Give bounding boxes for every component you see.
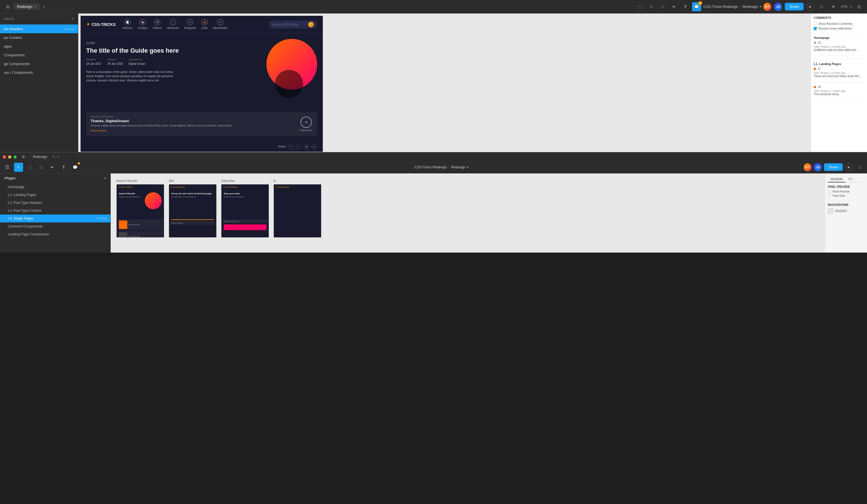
nav-label-guides: Guides xyxy=(138,26,148,30)
thumb-card-text-404: Popular articles xyxy=(171,222,183,224)
page-badge-l4: 5 of 13 xyxy=(97,217,106,220)
bottom-comment-tool[interactable]: 💬 ● xyxy=(71,163,79,172)
page-item-homepage[interactable]: Homepage xyxy=(0,183,110,191)
share-email[interactable]: @ xyxy=(304,144,309,150)
thumb-card-text-2: Article title here xyxy=(128,236,140,237)
thumb-label-search: Search Results xyxy=(116,179,164,182)
thumb-frame-a[interactable]: ✦ CSS-TRICKS xyxy=(274,184,321,238)
sidebar-item-3[interactable]: Components xyxy=(0,51,78,60)
page-item-l1[interactable]: L1. Landing Pages xyxy=(0,191,110,199)
page-item-l2[interactable]: L2. Post Type Headers xyxy=(0,199,110,207)
traffic-light-green[interactable] xyxy=(13,156,17,159)
bottom-window: ⊞ Redesign ✕ + ☰ ↖ ⬚ □ ✒ T 💬 ● CSS-Trick… xyxy=(0,152,434,252)
bottom-comment-badge: ● xyxy=(78,162,80,164)
bottom-menu-icon[interactable]: ☰ xyxy=(3,163,12,172)
nav-icon-newsletter: ✉ xyxy=(217,19,223,25)
tab-close-icon[interactable]: ✕ xyxy=(34,5,36,9)
sidebar-add-icon[interactable]: + xyxy=(72,16,74,21)
meta-label-sponsor: Sponsored by xyxy=(128,58,145,61)
thumb-frame-subscribe[interactable]: ✦ CSS-TRICKS Stay up to date Subscribe t… xyxy=(221,184,269,238)
page-label-landing-components: Landing Page Components xyxy=(8,232,49,236)
bottom-shape-tool[interactable]: □ xyxy=(36,163,46,172)
thumb-hero-search: Search Results Popular searches listed h… xyxy=(117,190,164,218)
thumb-subscribe: Subscribe ✦ CSS-TRICKS Stay up to date S… xyxy=(221,179,269,247)
tab-add-button[interactable]: + xyxy=(41,4,47,10)
thumb-nav-subscribe: ✦ CSS-TRICKS xyxy=(222,184,269,190)
bottom-sidebar: ▾ Pages + Homepage L1. Landing Pages L2.… xyxy=(0,173,111,252)
hero-meta: Published 28 Jan 2017 Updated 28 Jan 201… xyxy=(86,58,317,66)
meta-updated: Updated 28 Jan 2018 xyxy=(107,58,123,66)
sidebar-header: Pages + xyxy=(0,13,78,24)
sponsor-label: Monthly Sponsor xyxy=(91,116,300,118)
hero-text: Guide The title of the Guide goes here P… xyxy=(86,42,317,104)
sidebar-item-0[interactable]: pe Headers 3 of 13 xyxy=(0,24,78,33)
left-sidebar: Pages + pe Headers 3 of 13 pe Content ag… xyxy=(0,13,78,152)
page-label-l3: L3. Post Type Content xyxy=(8,208,41,213)
bottom-tab-close[interactable]: ✕ xyxy=(52,155,55,159)
logo-star: ✦ xyxy=(86,22,90,27)
nav-label-jobs: Jobs xyxy=(201,26,208,30)
bottom-tab-label[interactable]: Redesign xyxy=(30,154,50,159)
thumb-frame-search[interactable]: ✦ CSS-TRICKS Search Results Popular sear… xyxy=(116,184,164,238)
share-twitter[interactable]: t xyxy=(296,144,301,150)
thumb-card-text-subscribe: Subscribe form here xyxy=(224,221,239,222)
sponsor-text: Monthly Sponsor Thanks, DigitalOcean! Vi… xyxy=(91,116,300,132)
meta-published: Published 28 Jan 2017 xyxy=(86,58,102,66)
top-tab-redesign[interactable]: Redesign ✕ xyxy=(13,3,40,10)
search-input[interactable] xyxy=(272,23,306,26)
logo-text: CSS-TRICKS xyxy=(92,22,116,27)
search-button[interactable]: 🔍 xyxy=(308,22,314,27)
grid-icon[interactable]: ⊞ xyxy=(3,2,12,11)
thumb-nav-search: ✦ CSS-TRICKS xyxy=(117,184,164,190)
nav-label-videos: Videos xyxy=(152,26,162,30)
thumb-nav-a: ✦ CSS-TRICKS xyxy=(274,184,321,190)
meta-sponsor: Sponsored by Digital Ocean xyxy=(128,58,145,66)
sidebar-item-4[interactable]: ge Components xyxy=(0,60,78,68)
sidebar-item-2[interactable]: ages xyxy=(0,42,78,51)
nav-item-articles: 📄 Articles xyxy=(122,19,133,30)
nav-item-almanac: ◇ Almanac xyxy=(167,19,179,30)
sidebar-item-label-0: pe Headers xyxy=(4,27,23,31)
bottom-grid-icon[interactable]: ⊞ xyxy=(19,152,28,161)
sponsor-logo: ⊙ DigitalOcean xyxy=(300,117,313,131)
share-facebook[interactable]: f xyxy=(288,144,293,150)
page-preview: ✦ CSS-TRICKS 📄 Articles 📚 Guides xyxy=(81,16,323,152)
page-label-l2: L2. Post Type Headers xyxy=(8,201,42,205)
page-item-l3[interactable]: L3. Post Type Content xyxy=(0,207,110,215)
bottom-pen-tool[interactable]: ✒ xyxy=(48,163,57,172)
page-item-landing-components[interactable]: Landing Page Components xyxy=(0,230,110,238)
hero-section: Guide The title of the Guide goes here P… xyxy=(81,33,323,112)
bottom-titlebar: ⊞ Redesign ✕ + xyxy=(0,153,434,161)
bottom-frame-tool[interactable]: ⬚ xyxy=(25,163,34,172)
canvas-area: ✦ CSS-TRICKS 📄 Articles 📚 Guides xyxy=(78,13,434,152)
bottom-tab-add[interactable]: + xyxy=(57,154,60,159)
meta-label-published: Published xyxy=(86,58,102,61)
pages-add-icon[interactable]: + xyxy=(104,176,106,181)
nav-icon-snippets: { } xyxy=(187,19,193,25)
pages-header: ▾ Pages + xyxy=(0,173,110,183)
thumb-frame-404[interactable]: ✦ CSS-TRICKS Sorry, we can't seem to fin… xyxy=(169,184,217,238)
share-label: Share xyxy=(278,145,286,148)
page-label-homepage: Homepage xyxy=(8,185,24,189)
traffic-light-red[interactable] xyxy=(3,156,6,159)
thumb-text-404: Sorry, we can't seem to find that page T… xyxy=(169,190,216,200)
thumb-card-img xyxy=(119,221,127,229)
sidebar-item-1[interactable]: pe Content xyxy=(0,33,78,42)
share-linkedin[interactable]: in xyxy=(311,144,317,150)
nav-item-jobs: 💼 Jobs xyxy=(201,19,208,30)
nav-search: 🔍 xyxy=(269,21,317,29)
nav-item-videos: 🎬 Videos xyxy=(152,19,162,30)
share-bar: Share f t @ in xyxy=(81,142,323,152)
sidebar-item-label-3: Components xyxy=(4,53,25,57)
page-item-comment[interactable]: Comment Components xyxy=(0,223,110,230)
nav-icon-almanac: ◇ xyxy=(170,19,176,25)
bottom-text-tool[interactable]: T xyxy=(59,163,68,172)
bottom-move-tool[interactable]: ↖ xyxy=(14,163,23,172)
meta-value-published: 28 Jan 2017 xyxy=(86,62,102,65)
sponsor-link[interactable]: Find out more xyxy=(91,129,106,132)
traffic-light-yellow[interactable] xyxy=(8,156,11,159)
sidebar-item-5[interactable]: ary / Components xyxy=(0,68,78,77)
thumb-logo-search: ✦ CSS-TRICKS xyxy=(118,186,132,189)
nav-label-almanac: Almanac xyxy=(167,26,179,30)
page-item-l4[interactable]: L4. Single Pages 5 of 13 xyxy=(0,215,110,223)
